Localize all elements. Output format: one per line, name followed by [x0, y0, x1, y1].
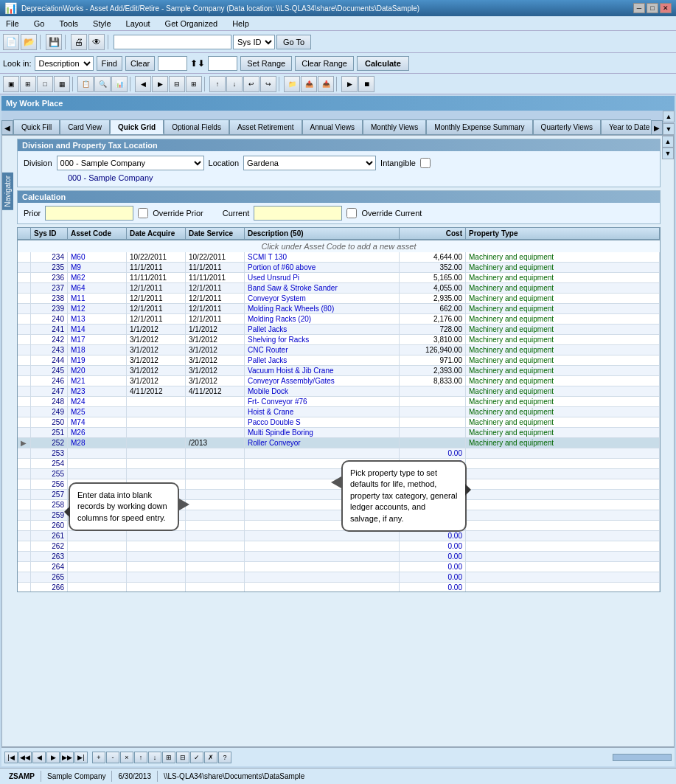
cell-desc[interactable] [245, 583, 400, 592]
nav-check[interactable]: ✓ [190, 752, 203, 763]
table-row[interactable]: 253 0.00 [18, 448, 660, 459]
menu-style[interactable]: Style [90, 18, 114, 29]
find-button[interactable]: Find [97, 56, 122, 71]
tb3-btn7[interactable]: 📊 [111, 76, 128, 92]
table-row[interactable]: 242 M17 3/1/2012 3/1/2012 Shelving for R… [18, 335, 660, 345]
cell-desc[interactable]: Pacco Double S [245, 417, 400, 427]
tb3-btn4[interactable]: ▦ [54, 76, 70, 92]
nav-collapse[interactable]: ⊟ [176, 752, 189, 763]
table-row[interactable]: 263 0.00 [18, 552, 660, 562]
table-row[interactable]: 240 M13 12/1/2011 12/1/2011 Molding Rack… [18, 314, 660, 325]
cell-desc[interactable] [245, 531, 400, 541]
menu-file[interactable]: File [3, 18, 22, 29]
tab-annualviews[interactable]: Annual Views [302, 119, 363, 134]
cell-desc[interactable]: Conveyor System [245, 294, 400, 303]
cell-proptype[interactable]: Machinery and equipment [466, 283, 660, 293]
table-row[interactable]: 235 M9 11/1/2011 11/1/2011 Portion of #6… [18, 263, 660, 273]
prior-input[interactable]: 0.00 [45, 206, 133, 221]
cell-desc[interactable] [245, 572, 400, 582]
nav-up[interactable]: ↑ [134, 752, 147, 763]
tb3-btn3[interactable]: □ [37, 76, 53, 92]
table-row[interactable]: 246 M21 3/1/2012 3/1/2012 Conveyor Assem… [18, 376, 660, 386]
tab-quickgrid[interactable]: Quick Grid [110, 119, 164, 134]
cell-desc[interactable]: Molding Rack Wheels (80) [245, 304, 400, 313]
nav-delete[interactable]: × [120, 752, 133, 763]
close-button[interactable]: ✕ [660, 3, 672, 13]
cell-assetcode[interactable]: M64 [68, 283, 127, 293]
menu-getorganized[interactable]: Get Organized [162, 18, 221, 29]
tb3-btn15[interactable]: ↪ [260, 76, 276, 92]
cell-desc[interactable]: Used Unsrud Pi [245, 273, 400, 282]
cell-desc[interactable] [245, 552, 400, 561]
cell-assetcode[interactable] [68, 459, 127, 468]
cell-assetcode[interactable] [68, 469, 127, 479]
scroll-indicator[interactable] [613, 754, 672, 761]
cell-proptype[interactable] [466, 500, 660, 510]
minimize-button[interactable]: ─ [633, 3, 645, 13]
cell-assetcode[interactable]: M26 [68, 428, 127, 437]
navigator-tab[interactable]: Navigator [2, 173, 13, 210]
nav-next-many[interactable]: ▶▶ [60, 752, 74, 763]
nav-cancel-edit[interactable]: ✗ [204, 752, 217, 763]
cell-proptype[interactable]: Machinery and equipment [466, 366, 660, 375]
cell-proptype[interactable]: Machinery and equipment [466, 335, 660, 344]
tb3-btn19[interactable]: ▶ [341, 76, 358, 92]
tab-area-scroll-up[interactable]: ▲ [663, 111, 675, 122]
new-button[interactable]: 📄 [3, 34, 19, 50]
table-row[interactable]: 237 M64 12/1/2011 12/1/2011 Band Saw & S… [18, 283, 660, 294]
intangible-checkbox[interactable] [420, 158, 431, 168]
cell-assetcode[interactable]: M21 [68, 376, 127, 386]
calculate-button[interactable]: Calculate [357, 56, 409, 71]
tb3-btn14[interactable]: ↩ [243, 76, 259, 92]
tb3-btn12[interactable]: ↑ [209, 76, 226, 92]
nav-remove[interactable]: - [106, 752, 119, 763]
tb3-btn10[interactable]: ⊟ [169, 76, 185, 92]
cell-proptype[interactable]: Machinery and equipment [466, 345, 660, 355]
sysid-input[interactable] [114, 35, 231, 49]
cell-proptype[interactable] [466, 541, 660, 551]
open-button[interactable]: 📂 [21, 34, 37, 50]
table-row[interactable]: 250 M74 Pacco Double S Machinery and equ… [18, 417, 660, 428]
table-row[interactable]: 239 M12 12/1/2011 12/1/2011 Molding Rack… [18, 304, 660, 314]
tab-optionalfields[interactable]: Optional Fields [164, 119, 229, 134]
tab-scroll-right[interactable]: ▶ [651, 120, 663, 135]
cell-desc[interactable]: Hoist & Crane [245, 407, 400, 417]
override-prior-checkbox[interactable] [138, 208, 148, 218]
table-row[interactable]: 262 0.00 [18, 541, 660, 552]
cell-desc[interactable]: Band Saw & Stroke Sander [245, 283, 400, 293]
nav-down[interactable]: ↓ [148, 752, 161, 763]
table-row[interactable]: 266 0.00 [18, 583, 660, 592]
nav-next[interactable]: ▶ [46, 752, 60, 763]
tb3-btn1[interactable]: ▣ [3, 76, 19, 92]
maximize-button[interactable]: □ [647, 3, 658, 13]
setrange-button[interactable]: Set Range [240, 56, 292, 71]
cell-assetcode[interactable] [68, 562, 127, 572]
cell-desc[interactable]: Shelving for Racks [245, 335, 400, 344]
cell-desc[interactable] [245, 562, 400, 572]
table-row[interactable]: 241 M14 1/1/2012 1/1/2012 Pallet Jacks 7… [18, 325, 660, 335]
table-row[interactable]: 249 M25 Hoist & Crane Machinery and equi… [18, 407, 660, 417]
table-row[interactable]: ▶ 252 M28 /2013 Roller Conveyor Machiner… [18, 438, 660, 448]
tab-quarterlyviews[interactable]: Quarterly Views [533, 119, 601, 134]
tab-quickfill[interactable]: Quick Fill [13, 119, 60, 134]
division-select[interactable]: 000 - Sample Company [57, 156, 204, 170]
cell-proptype[interactable]: Machinery and equipment [466, 314, 660, 324]
tab-monthlyexpense[interactable]: Monthly Expense Summary [426, 119, 532, 134]
cell-proptype[interactable] [466, 572, 660, 582]
cell-proptype[interactable]: Machinery and equipment [466, 325, 660, 334]
tab-monthlyviews[interactable]: Monthly Views [363, 119, 426, 134]
table-row[interactable]: 247 M23 4/11/2012 4/11/2012 Mobile Dock … [18, 386, 660, 397]
cell-proptype[interactable] [466, 562, 660, 572]
nav-add[interactable]: + [92, 752, 105, 763]
menu-layout[interactable]: Layout [123, 18, 153, 29]
cell-proptype[interactable] [466, 583, 660, 592]
override-current-checkbox[interactable] [346, 208, 357, 218]
tb3-btn2[interactable]: ⊞ [20, 76, 36, 92]
table-row[interactable]: 248 M24 Frt- Conveyor #76 Machinery and … [18, 397, 660, 407]
cell-desc[interactable]: Vacuum Hoist & Jib Crane [245, 366, 400, 375]
table-row[interactable]: 244 M19 3/1/2012 3/1/2012 Pallet Jacks 9… [18, 355, 660, 366]
table-row[interactable]: 261 0.00 [18, 531, 660, 541]
cell-assetcode[interactable]: M25 [68, 407, 127, 417]
nav-help[interactable]: ? [218, 752, 231, 763]
cell-assetcode[interactable] [68, 583, 127, 592]
